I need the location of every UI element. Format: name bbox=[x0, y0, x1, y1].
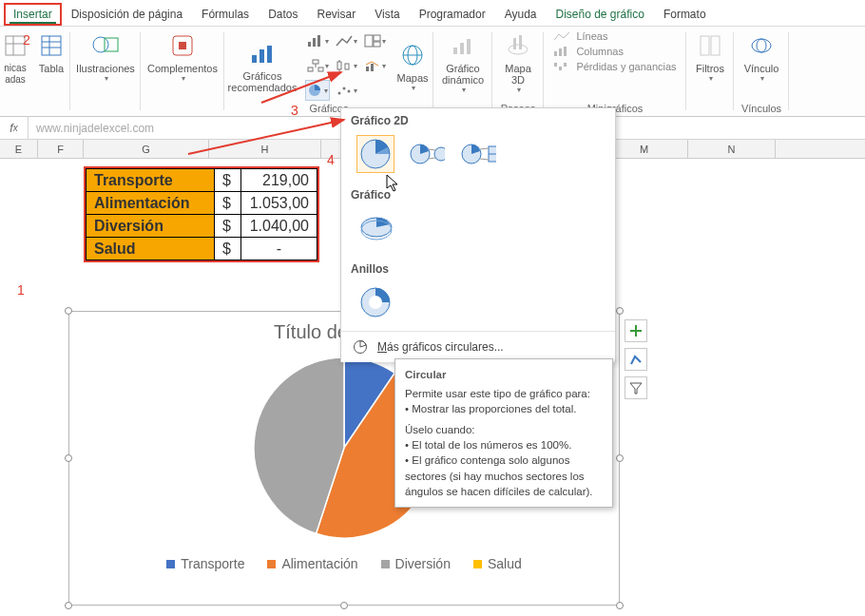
chart-styles-button[interactable] bbox=[625, 348, 647, 371]
worksheet[interactable]: Transporte $ 219,00 Alimentación $ 1.053… bbox=[0, 159, 865, 616]
svg-rect-15 bbox=[313, 38, 316, 47]
svg-rect-10 bbox=[179, 42, 186, 49]
illustrations-button[interactable]: Ilustraciones▾ bbox=[76, 30, 135, 83]
svg-rect-39 bbox=[467, 39, 471, 54]
bar-chart-dd[interactable]: ▾ bbox=[305, 30, 330, 51]
sparkline-lines: Líneas bbox=[553, 30, 676, 42]
globe-icon bbox=[397, 40, 428, 70]
svg-rect-43 bbox=[554, 51, 557, 56]
tab-revisar[interactable]: Revisar bbox=[307, 3, 365, 26]
legend-item: Salud bbox=[473, 556, 522, 571]
resize-handle[interactable] bbox=[65, 602, 72, 609]
formula-value[interactable]: www.ninjadelexcel.com bbox=[29, 122, 154, 135]
category-cell[interactable]: Salud bbox=[86, 238, 215, 260]
value-cell[interactable]: - bbox=[241, 238, 317, 260]
svg-point-40 bbox=[509, 45, 528, 54]
tab-formato[interactable]: Formato bbox=[654, 3, 716, 26]
currency-cell[interactable]: $ bbox=[215, 215, 241, 238]
bar-of-pie-option[interactable] bbox=[459, 135, 497, 173]
currency-cell[interactable]: $ bbox=[215, 169, 241, 192]
line-chart-dd[interactable]: ▾ bbox=[334, 30, 358, 51]
tab-diseno-grafico[interactable]: Diseño de gráfico bbox=[546, 3, 653, 26]
resize-handle[interactable] bbox=[65, 454, 72, 462]
svg-rect-42 bbox=[519, 35, 522, 49]
svg-line-72 bbox=[188, 120, 344, 154]
maps-button[interactable]: Mapas▾ bbox=[393, 40, 432, 92]
chart-filters-button[interactable] bbox=[625, 376, 647, 399]
svg-rect-49 bbox=[701, 36, 709, 55]
map3d-button: Mapa 3D▾ bbox=[496, 30, 540, 94]
treemap-chart-dd[interactable]: ▾ bbox=[362, 30, 387, 51]
tab-vista[interactable]: Vista bbox=[365, 3, 409, 26]
svg-line-71 bbox=[261, 72, 341, 103]
pie-2d-option[interactable] bbox=[356, 135, 394, 173]
svg-point-58 bbox=[434, 147, 445, 161]
map3d-icon bbox=[503, 30, 533, 61]
value-cell[interactable]: 1.053,00 bbox=[241, 192, 317, 215]
svg-rect-41 bbox=[513, 38, 516, 49]
tab-insertar[interactable]: Insertar bbox=[4, 3, 62, 26]
col-E[interactable]: E bbox=[0, 140, 38, 158]
resize-handle[interactable] bbox=[65, 307, 72, 315]
link-button[interactable]: Vínculo▾ bbox=[738, 30, 785, 83]
tooltip-line: Permite usar este tipo de gráfico para: bbox=[405, 386, 603, 401]
value-cell[interactable]: 219,00 bbox=[241, 169, 317, 192]
svg-line-64 bbox=[480, 148, 489, 149]
legend-swatch bbox=[473, 560, 482, 568]
tab-programador[interactable]: Programador bbox=[410, 3, 495, 26]
category-cell[interactable]: Transporte bbox=[86, 169, 215, 192]
combo-chart-dd[interactable]: ▾ bbox=[362, 55, 387, 76]
tab-formulas[interactable]: Fórmulas bbox=[192, 3, 259, 26]
tab-ayuda[interactable]: Ayuda bbox=[495, 3, 547, 26]
svg-rect-48 bbox=[564, 63, 567, 67]
svg-point-33 bbox=[347, 90, 350, 93]
table-row: Alimentación $ 1.053,00 bbox=[86, 192, 317, 215]
col-F[interactable]: F bbox=[38, 140, 84, 158]
tab-datos[interactable]: Datos bbox=[259, 3, 307, 26]
svg-rect-28 bbox=[366, 67, 369, 71]
ribbon-tabs: Insertar Disposición de página Fórmulas … bbox=[0, 0, 865, 27]
currency-cell[interactable]: $ bbox=[215, 192, 241, 215]
svg-rect-19 bbox=[374, 42, 380, 47]
section-3d-label: Gráfico bbox=[341, 183, 615, 205]
resize-handle[interactable] bbox=[616, 307, 624, 315]
legend-swatch bbox=[267, 560, 276, 568]
value-cell[interactable]: 1.040,00 bbox=[241, 215, 317, 238]
table-button[interactable]: Tabla bbox=[34, 30, 68, 74]
col-N[interactable]: N bbox=[688, 140, 776, 158]
svg-rect-11 bbox=[252, 55, 257, 63]
tab-disposicion[interactable]: Disposición de página bbox=[62, 3, 192, 26]
svg-rect-16 bbox=[317, 35, 320, 47]
pie-icon bbox=[353, 339, 368, 355]
resize-handle[interactable] bbox=[340, 602, 348, 609]
annotation-arrow-4 bbox=[186, 116, 348, 158]
data-table: Transporte $ 219,00 Alimentación $ 1.053… bbox=[84, 166, 319, 262]
fx-icon[interactable]: fx bbox=[0, 117, 29, 139]
link-icon bbox=[746, 30, 777, 61]
pie-3d-option[interactable] bbox=[356, 209, 394, 247]
tooltip-line: • El total de los números es 100%. bbox=[405, 437, 603, 452]
donut-option[interactable] bbox=[356, 283, 394, 321]
svg-rect-0 bbox=[6, 36, 25, 55]
group-vinculos-label: Vínculos bbox=[741, 103, 781, 114]
chart-elements-button[interactable] bbox=[625, 319, 647, 342]
pivot-chart-icon bbox=[448, 30, 478, 61]
tooltip-line: • Mostrar las proporciones del total. bbox=[405, 401, 603, 416]
group-tablas-label bbox=[33, 103, 36, 114]
category-cell[interactable]: Diversión bbox=[86, 215, 215, 238]
annotation-1: 1 bbox=[17, 282, 25, 298]
annotation-4: 4 bbox=[327, 152, 335, 167]
section-donut-label: Anillos bbox=[341, 257, 615, 279]
resize-handle[interactable] bbox=[616, 454, 624, 462]
svg-rect-50 bbox=[711, 36, 720, 55]
addins-button[interactable]: Complementos▾ bbox=[146, 30, 219, 83]
currency-cell[interactable]: $ bbox=[215, 238, 241, 260]
pie-of-pie-option[interactable] bbox=[408, 135, 446, 173]
svg-rect-37 bbox=[453, 48, 457, 54]
category-cell[interactable]: Alimentación bbox=[86, 192, 215, 215]
ribbon: nicas adas Tabla Ilustraciones▾ Co bbox=[0, 27, 865, 117]
resize-handle[interactable] bbox=[616, 602, 624, 609]
table-row: Salud $ - bbox=[86, 238, 317, 260]
section-2d-label: Gráfico 2D bbox=[341, 108, 615, 131]
annotation-arrow-3 bbox=[260, 68, 345, 106]
